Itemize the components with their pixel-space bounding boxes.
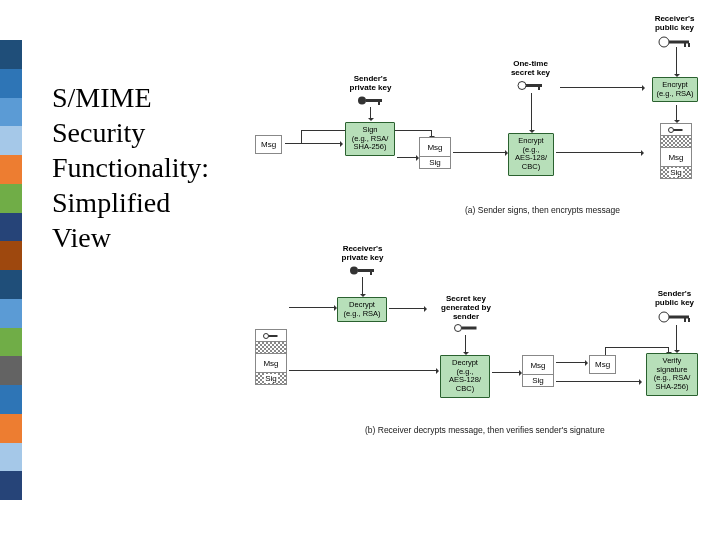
svg-rect-3 [688,43,690,47]
svg-rect-16 [462,327,477,330]
caption-b: (b) Receiver decrypts message, then veri… [365,425,605,435]
svg-point-4 [518,81,526,89]
encrypted-output-box: Msg Sig [660,123,692,179]
smime-diagram: Receiver's public key One-time secret ke… [255,15,710,515]
svg-point-21 [264,333,269,338]
caption-a: (a) Sender signs, then encrypts message [465,205,620,215]
svg-rect-5 [526,84,542,87]
page-title: S/MIME Security Functionality: Simplifie… [52,80,209,255]
decrypt-aes-box: Decrypt (e.g., AES-128/ CBC) [440,355,490,398]
svg-rect-8 [366,99,382,102]
sender-pubkey-label: Sender's public key [647,290,702,324]
svg-point-0 [659,37,669,47]
encrypt-aes-box: Encrypt (e.g., AES-128/ CBC) [508,133,554,176]
key-icon [517,80,545,91]
svg-point-7 [358,96,366,104]
sender-privkey-label: Sender's private key [343,75,398,106]
svg-rect-2 [684,43,686,47]
svg-rect-6 [538,87,540,90]
sign-box: Sign (e.g., RSA/ SHA-256) [345,122,395,156]
encrypt-rsa-box: Encrypt (e.g., RSA) [652,77,698,102]
key-icon [349,265,377,276]
svg-rect-13 [358,269,374,272]
svg-rect-9 [378,102,380,105]
key-icon [357,95,385,106]
verify-box: Verify signature (e.g., RSA/ SHA-256) [646,353,698,396]
receiver-privkey-label: Receiver's private key [335,245,390,276]
svg-rect-11 [674,129,683,131]
key-icon [453,323,479,333]
svg-rect-22 [269,335,278,337]
key-icon [658,35,692,49]
decrypted-msgsig-box: Msg Sig [522,355,554,387]
onetime-key-label: One-time secret key [503,60,558,91]
encrypted-input-box: Msg Sig [255,329,287,385]
secret-key-label: Secret key generated by sender [431,295,501,333]
svg-point-17 [659,312,669,322]
svg-rect-19 [684,318,686,322]
msg-in-box: Msg [255,135,282,154]
msg-out-box: Msg [589,355,616,374]
decorative-sidebar [0,40,22,500]
key-icon [658,310,692,324]
svg-point-12 [350,266,358,274]
decrypt-rsa-box: Decrypt (e.g., RSA) [337,297,387,322]
svg-point-15 [455,325,462,332]
signed-msg-box: Msg Sig [419,137,451,169]
svg-point-10 [669,127,674,132]
svg-rect-20 [688,318,690,322]
receiver-pubkey-label: Receiver's public key [647,15,702,49]
svg-rect-14 [370,272,372,275]
